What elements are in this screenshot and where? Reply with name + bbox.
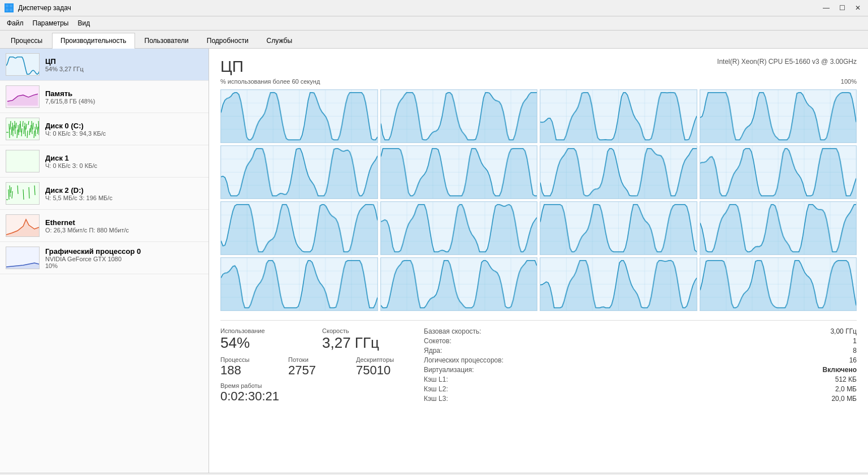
virt-val: Включено xyxy=(823,366,857,374)
usage-speed-row: Использование 54% Скорость 3,27 ГГц xyxy=(220,327,413,352)
proc-thread-row: Процессы 188 Потоки 2757 Дескрипторы 750… xyxy=(220,356,413,378)
disk2-thumb xyxy=(6,182,40,205)
cpu-title: ЦП xyxy=(220,58,244,76)
sidebar-item-disk1[interactable]: Диск 1 Ч: 0 КБ/с З: 0 КБ/с xyxy=(0,145,209,178)
close-button[interactable]: ✕ xyxy=(852,3,863,12)
cpu-cell-5 xyxy=(380,145,538,199)
window-title: Диспетчер задач xyxy=(18,4,71,12)
percent-label: 100% xyxy=(841,78,857,87)
speed-value: 3,27 ГГц xyxy=(322,334,413,352)
cpu-cell-15 xyxy=(700,257,857,311)
sidebar: ЦП 54% 3,27 ГГц Память 7,6/15,8 ГБ (48%) xyxy=(0,49,209,473)
virt-row: Виртуализация: Включено xyxy=(424,366,857,374)
title-bar: Диспетчер задач — ☐ ✕ xyxy=(0,0,868,16)
svg-rect-36 xyxy=(6,183,39,204)
gpu-label: Графический процессор 0 xyxy=(45,247,203,256)
usage-label: Использование xyxy=(220,327,311,334)
eth-info: Ethernet О: 26,3 Мбит/с П: 880 Мбит/с xyxy=(45,218,203,234)
cpu-cell-9 xyxy=(380,201,538,255)
disk0-label: Диск 0 (C:) xyxy=(45,122,203,130)
window-controls: — ☐ ✕ xyxy=(821,3,863,12)
cpu-info: ЦП 54% 3,27 ГГц xyxy=(45,57,203,72)
cpu-label: ЦП xyxy=(45,57,203,66)
eth-thumb xyxy=(6,214,40,237)
tab-services[interactable]: Службы xyxy=(258,33,301,48)
cpu-cell-6 xyxy=(540,145,697,199)
menu-view[interactable]: Вид xyxy=(73,18,94,29)
sockets-row: Сокетов: 1 xyxy=(424,337,857,345)
gpu-thumb xyxy=(6,247,40,269)
descriptors-value: 75010 xyxy=(356,363,413,378)
cpu-detail: 54% 3,27 ГГц xyxy=(45,66,203,72)
speed-block: Скорость 3,27 ГГц xyxy=(322,327,413,352)
cpu-cell-2 xyxy=(540,89,697,143)
page-title: ЦП xyxy=(220,58,244,76)
sidebar-item-disk0[interactable]: Диск 0 (C:) Ч: 0 КБ/с З: 94,3 КБ/с xyxy=(0,113,209,145)
processes-block: Процессы 188 xyxy=(220,356,277,378)
sidebar-item-cpu[interactable]: ЦП 54% 3,27 ГГц xyxy=(0,49,209,81)
cpu-cell-11 xyxy=(700,201,857,255)
cpu-cell-10 xyxy=(540,201,697,255)
tab-processes[interactable]: Процессы xyxy=(2,33,51,48)
cpu-cell-0 xyxy=(220,89,378,143)
maximize-button[interactable]: ☐ xyxy=(836,3,848,12)
cpu-subtitle: Intel(R) Xeon(R) CPU E5-1660 v3 @ 3.00GH… xyxy=(717,58,857,66)
left-stats: Использование 54% Скорость 3,27 ГГц Проц… xyxy=(220,327,413,404)
svg-rect-2 xyxy=(6,8,8,11)
bottom-bar: ▲ Меньше ⊕ Открыть монитор ресурсов xyxy=(0,473,868,475)
disk2-info: Диск 2 (D:) Ч: 5,5 МБ/с З: 196 МБ/с xyxy=(45,186,203,201)
disk0-info: Диск 0 (C:) Ч: 0 КБ/с З: 94,3 КБ/с xyxy=(45,122,203,137)
sidebar-item-ethernet[interactable]: Ethernet О: 26,3 Мбит/с П: 880 Мбит/с xyxy=(0,210,209,242)
sidebar-item-disk2[interactable]: Диск 2 (D:) Ч: 5,5 МБ/с З: 196 МБ/с xyxy=(0,178,209,210)
menu-params[interactable]: Параметры xyxy=(28,18,73,29)
l2-val: 2,0 МБ xyxy=(835,385,857,393)
svg-rect-35 xyxy=(6,150,39,172)
cores-row: Ядра: 8 xyxy=(424,347,857,355)
usage-value: 54% xyxy=(220,334,311,352)
threads-block: Потоки 2757 xyxy=(288,356,345,378)
uptime-value: 0:02:30:21 xyxy=(220,389,413,404)
tab-details[interactable]: Подробности xyxy=(198,33,257,48)
tab-performance[interactable]: Производительность xyxy=(52,33,134,49)
logical-row: Логических процессоров: 16 xyxy=(424,356,857,364)
cpu-cell-13 xyxy=(380,257,538,311)
svg-rect-1 xyxy=(10,5,12,7)
base-speed-row: Базовая скорость: 3,00 ГГц xyxy=(424,327,857,335)
svg-rect-3 xyxy=(10,8,12,11)
uptime-label: Время работы xyxy=(220,382,413,389)
cpu-cell-3 xyxy=(700,89,857,143)
descriptors-block: Дескрипторы 75010 xyxy=(356,356,413,378)
content-header: ЦП Intel(R) Xeon(R) CPU E5-1660 v3 @ 3.0… xyxy=(220,58,857,76)
menu-bar: Файл Параметры Вид xyxy=(0,16,868,31)
menu-file[interactable]: Файл xyxy=(2,18,28,29)
sockets-val: 1 xyxy=(853,337,857,345)
sidebar-item-gpu[interactable]: Графический процессор 0 NVIDIA GeForce G… xyxy=(0,242,209,274)
uptime-block: Время работы 0:02:30:21 xyxy=(220,382,413,404)
l1-row: Кэш L1: 512 КБ xyxy=(424,375,857,383)
tab-bar: Процессы Производительность Пользователи… xyxy=(0,31,868,49)
cpu-cell-7 xyxy=(700,145,857,199)
threads-value: 2757 xyxy=(288,363,345,378)
logical-val: 16 xyxy=(849,356,857,364)
disk1-detail: Ч: 0 КБ/с З: 0 КБ/с xyxy=(45,162,203,169)
base-speed-key: Базовая скорость: xyxy=(424,327,481,335)
minimize-button[interactable]: — xyxy=(821,3,832,12)
sockets-key: Сокетов: xyxy=(424,337,452,345)
right-stats: Базовая скорость: 3,00 ГГц Сокетов: 1 Яд… xyxy=(413,327,857,404)
sidebar-item-memory[interactable]: Память 7,6/15,8 ГБ (48%) xyxy=(0,81,209,113)
l2-row: Кэш L2: 2,0 МБ xyxy=(424,385,857,393)
l3-key: Кэш L3: xyxy=(424,395,448,403)
main-area: ЦП 54% 3,27 ГГц Память 7,6/15,8 ГБ (48%) xyxy=(0,49,868,473)
cpu-cell-1 xyxy=(380,89,538,143)
virt-key: Виртуализация: xyxy=(424,366,474,374)
cpu-cell-4 xyxy=(220,145,378,199)
disk1-label: Диск 1 xyxy=(45,154,203,162)
l3-row: Кэш L3: 20,0 МБ xyxy=(424,395,857,403)
gpu-info: Графический процессор 0 NVIDIA GeForce G… xyxy=(45,247,203,269)
threads-label: Потоки xyxy=(288,356,345,363)
tab-users[interactable]: Пользователи xyxy=(136,33,197,48)
disk1-info: Диск 1 Ч: 0 КБ/с З: 0 КБ/с xyxy=(45,154,203,169)
disk1-thumb xyxy=(6,150,40,172)
base-speed-val: 3,00 ГГц xyxy=(830,327,857,335)
logical-key: Логических процессоров: xyxy=(424,356,504,364)
